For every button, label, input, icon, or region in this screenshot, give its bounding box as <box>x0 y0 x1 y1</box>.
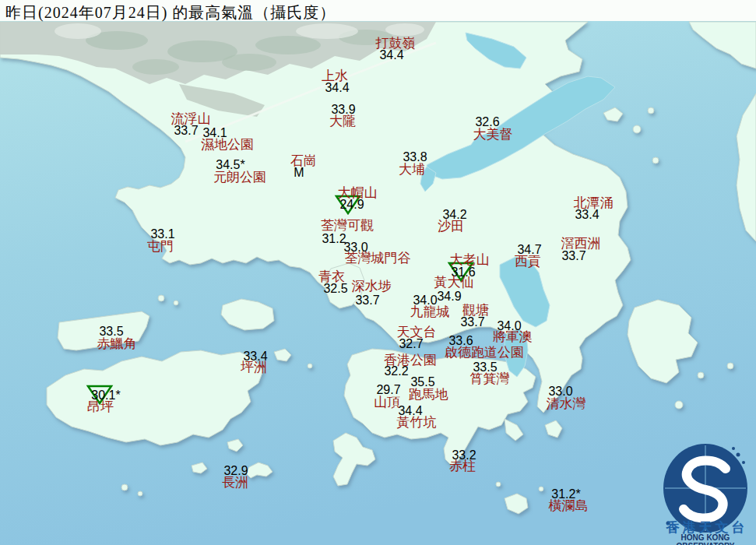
waglan-island <box>539 487 543 491</box>
hko-logo-name-en: HONG KONG OBSERVATORY <box>652 533 756 545</box>
page-title: 昨日(2024年07月24日) 的最高氣溫（攝氏度） <box>5 2 336 23</box>
bluff-island <box>698 372 704 378</box>
soko-island <box>138 491 142 496</box>
beaufort-island <box>496 482 501 487</box>
brothers-island <box>174 301 178 305</box>
basalt-island <box>675 401 683 409</box>
brothers-island <box>158 295 164 301</box>
max-temperature-map-page: 34.4打鼓嶺34.4上水33.9大隴32.6大美督33.7流浮山34.1濕地公… <box>0 0 756 545</box>
port-island <box>652 157 659 164</box>
ninepin-island <box>727 363 733 369</box>
title-band: 昨日(2024年07月24日) 的最高氣溫（攝氏度） <box>0 0 756 21</box>
kowloon-small-island <box>308 364 312 368</box>
soko-island <box>121 484 128 490</box>
hong-kong-map <box>0 0 756 545</box>
mirs-bay-island <box>648 107 654 114</box>
mirs-bay-island <box>633 125 641 133</box>
